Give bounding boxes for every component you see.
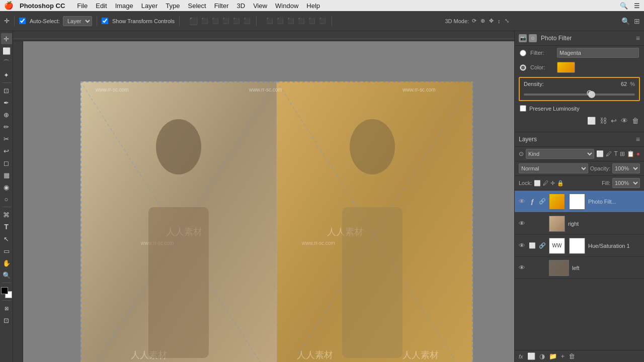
layer-item-left[interactable]: 👁 left <box>515 257 644 279</box>
align-center-h-icon[interactable]: ⬛ <box>200 17 209 25</box>
fill-select[interactable]: 100% 75% <box>612 178 640 188</box>
lf-icon-3[interactable]: T <box>614 150 617 157</box>
color-swatch[interactable] <box>557 62 575 73</box>
lf-icon-1[interactable]: ⬜ <box>596 150 604 157</box>
layer-item-hue-sat[interactable]: 👁 ⬜ 🔗 WW Hue/Saturation 1 <box>515 235 644 257</box>
align-bottom-icon[interactable]: ⬛ <box>243 17 252 25</box>
lasso-tool[interactable]: ⌒ <box>1 57 12 68</box>
lf-icon-4[interactable]: ⊞ <box>620 150 625 157</box>
panel-action-mask-icon[interactable]: ⬜ <box>587 117 596 125</box>
panel-action-view-icon[interactable]: 👁 <box>621 117 628 125</box>
menu-select[interactable]: Select <box>184 2 210 10</box>
dist-center-v-icon[interactable]: ⬛ <box>307 17 316 25</box>
dodge-tool[interactable]: ○ <box>1 194 12 205</box>
layer-link-photo-filter[interactable]: 🔗 <box>539 198 546 205</box>
dist-bottom-icon[interactable]: ⬛ <box>318 17 327 25</box>
show-transform-checkbox[interactable] <box>102 18 108 24</box>
layer-new-btn[interactable]: + <box>561 352 565 360</box>
align-left-icon[interactable]: ⬛ <box>188 16 199 26</box>
properties-camera-icon[interactable]: 📷 <box>519 34 527 42</box>
layer-item-right[interactable]: 👁 right <box>515 213 644 235</box>
density-slider[interactable] <box>524 94 635 96</box>
align-top-icon[interactable]: ⬛ <box>221 17 230 25</box>
layer-adjustment-btn[interactable]: ◑ <box>539 352 545 360</box>
marquee-tool[interactable]: ⬜ <box>1 45 12 56</box>
pen-tool[interactable]: ⌘ <box>1 209 12 220</box>
panel-action-back-icon[interactable]: ↩ <box>611 117 617 125</box>
screen-mode-tool[interactable]: ⊡ <box>1 315 12 326</box>
lock-position-icon[interactable]: ✛ <box>550 180 555 187</box>
move-tool[interactable]: ✛ <box>1 33 12 44</box>
brush-tool[interactable]: ✏ <box>1 121 12 132</box>
search-icon[interactable]: 🔍 <box>620 2 628 10</box>
path-select-tool[interactable]: ↖ <box>1 233 12 244</box>
layer-link-hue-sat[interactable]: 🔗 <box>539 242 546 249</box>
blend-mode-select[interactable]: Normal Multiply Screen <box>519 163 588 173</box>
filter-value-input[interactable] <box>557 48 639 58</box>
layer-vis-photo-filter[interactable]: 👁 <box>518 198 526 205</box>
eyedropper-tool[interactable]: ✒ <box>1 97 12 108</box>
quick-mask-tool[interactable]: ⊠ <box>1 303 12 314</box>
zoom-tool[interactable]: 🔍 <box>1 269 12 281</box>
lock-transparency-icon[interactable]: ⬜ <box>534 180 541 187</box>
3d-icon-4[interactable]: ↕ <box>497 17 502 25</box>
dist-center-h-icon[interactable]: ⬛ <box>276 17 285 25</box>
menu-edit[interactable]: Edit <box>92 2 111 10</box>
layer-vis-hue-sat[interactable]: 👁 <box>518 242 526 249</box>
apple-menu[interactable]: 🍎 <box>4 1 14 10</box>
dist-right-icon[interactable]: ⬛ <box>286 17 295 25</box>
3d-icon-5[interactable]: ⤡ <box>504 17 510 25</box>
menu-3d[interactable]: 3D <box>233 2 250 10</box>
properties-options-btn[interactable]: ≡ <box>636 34 640 42</box>
layers-options-btn[interactable]: ≡ <box>636 135 640 143</box>
properties-adjust-icon[interactable]: ⊙ <box>529 34 537 42</box>
align-right-icon[interactable]: ⬛ <box>211 17 220 25</box>
menu-file[interactable]: File <box>73 2 92 10</box>
layer-group-btn[interactable]: 📁 <box>549 352 557 360</box>
menu-layer[interactable]: Layer <box>137 2 162 10</box>
opacity-select[interactable]: 100% 75% 50% <box>612 163 640 173</box>
panel-action-delete-icon[interactable]: 🗑 <box>632 117 639 125</box>
lf-icon-2[interactable]: 🖊 <box>606 150 612 157</box>
layer-vis-right[interactable]: 👁 <box>518 220 526 227</box>
blur-tool[interactable]: ◉ <box>1 182 12 193</box>
menu-window[interactable]: Window <box>271 2 302 10</box>
align-center-v-icon[interactable]: ⬛ <box>232 17 241 25</box>
clone-tool[interactable]: ✂ <box>1 133 12 144</box>
dist-top-icon[interactable]: ⬛ <box>297 17 306 25</box>
columns-icon[interactable]: ☰ <box>634 2 640 10</box>
lf-icon-6[interactable]: ● <box>636 150 640 157</box>
top-layout-icon[interactable]: ⊞ <box>634 17 640 25</box>
3d-icon-2[interactable]: ⊕ <box>479 17 486 25</box>
lock-all-icon[interactable]: 🔒 <box>557 180 564 187</box>
layer-fx-btn[interactable]: fx <box>519 353 523 359</box>
heal-tool[interactable]: ⊕ <box>1 109 12 120</box>
shape-tool[interactable]: ▭ <box>1 245 12 256</box>
layer-delete-btn[interactable]: 🗑 <box>569 352 575 360</box>
magic-wand-tool[interactable]: ✦ <box>1 69 12 80</box>
eraser-tool[interactable]: ◻ <box>1 157 12 168</box>
lock-image-icon[interactable]: 🖊 <box>543 180 548 186</box>
layer-item-photo-filter[interactable]: 👁 ƒ 🔗 Photo Filt... <box>515 191 644 213</box>
foreground-color[interactable] <box>1 287 8 294</box>
lf-icon-5[interactable]: 📋 <box>627 150 634 157</box>
dist-left-icon[interactable]: ⬛ <box>265 17 274 25</box>
top-search-icon[interactable]: 🔍 <box>621 17 630 25</box>
3d-icon-3[interactable]: ✥ <box>488 17 495 25</box>
luminosity-checkbox[interactable] <box>520 105 526 112</box>
menu-type[interactable]: Type <box>162 2 184 10</box>
color-swatches[interactable] <box>1 287 12 298</box>
crop-tool[interactable]: ⊡ <box>1 85 12 96</box>
text-tool[interactable]: T <box>1 221 12 232</box>
layer-vis-left[interactable]: 👁 <box>518 264 526 272</box>
menu-view[interactable]: View <box>249 2 271 10</box>
filter-radio[interactable] <box>520 50 526 56</box>
canvas-area[interactable]: www.rr-sc.com www.rr-sc.com www.rr-sc.co… <box>13 31 514 362</box>
menu-filter[interactable]: Filter <box>210 2 233 10</box>
layer-add-mask-btn[interactable]: ⬜ <box>527 352 535 360</box>
layer-kind-select[interactable]: Kind <box>526 149 594 159</box>
color-radio[interactable] <box>520 64 526 71</box>
3d-icon-1[interactable]: ⟳ <box>471 17 477 25</box>
gradient-tool[interactable]: ▦ <box>1 169 12 180</box>
menu-help[interactable]: Help <box>302 2 324 10</box>
